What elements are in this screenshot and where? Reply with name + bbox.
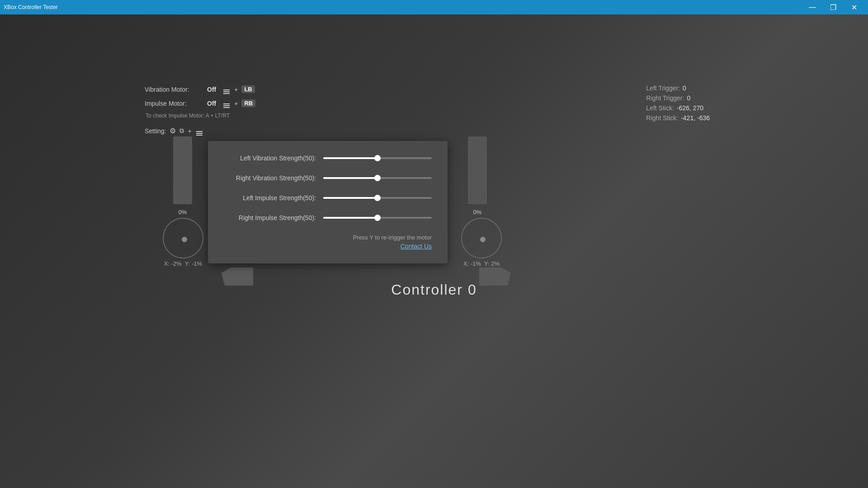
- restore-button[interactable]: ❐: [823, 0, 844, 14]
- right-vibration-thumb[interactable]: [374, 175, 381, 181]
- left-trigger-label: Left Trigger:: [646, 84, 680, 92]
- lines-icon-1: [222, 84, 231, 94]
- plus-sign-1: +: [234, 86, 238, 93]
- left-stick-row: Left Stick: -626, 270: [646, 104, 710, 112]
- vibration-motor-label: Vibration Motor:: [145, 86, 203, 93]
- impulse-motor-row: Impulse Motor: Off + RB: [145, 99, 255, 108]
- plus-sign-3: +: [188, 127, 191, 135]
- left-trigger-bar: [173, 136, 192, 204]
- right-joystick-coords: X: -1% Y: 2%: [461, 260, 502, 267]
- right-trigger-percent: 0%: [468, 209, 487, 216]
- impulse-motor-value: Off: [207, 100, 216, 107]
- left-joystick-circle: [163, 218, 203, 258]
- left-vibration-row: Left Vibration Strength(50):: [224, 155, 432, 162]
- right-joystick: X: -1% Y: 2%: [461, 218, 502, 258]
- left-vibration-fill: [323, 157, 377, 159]
- impulse-check-text: To check Impulse Motor: A + LT/RT: [146, 113, 255, 119]
- left-joystick-dot: [182, 237, 187, 242]
- window-controls: — ❐ ✕: [802, 0, 864, 14]
- right-impulse-thumb[interactable]: [374, 215, 381, 221]
- left-joystick-y: Y: -1%: [185, 260, 202, 267]
- right-joystick-y: Y: 2%: [484, 260, 500, 267]
- plus-sign-2: +: [234, 100, 238, 107]
- controller-label: Controller 0: [391, 282, 476, 298]
- right-stick-value: -421, -636: [681, 114, 710, 122]
- setting-row: Setting: ⚙ ⧉ +: [145, 126, 255, 136]
- setting-label: Setting:: [145, 127, 166, 135]
- right-stick-label: Right Stick:: [646, 114, 678, 122]
- left-impulse-thumb[interactable]: [374, 195, 381, 201]
- controls-area: Vibration Motor: Off + LB Impulse Motor:…: [145, 84, 255, 136]
- right-joystick-circle: [461, 218, 502, 258]
- titlebar: XBox Controller Tester — ❐ ✕: [0, 0, 868, 14]
- minimize-button[interactable]: —: [802, 0, 823, 14]
- contact-us-link[interactable]: Contact Us: [401, 243, 432, 250]
- right-joystick-dot: [480, 237, 486, 242]
- left-trigger-value: 0: [683, 84, 686, 92]
- left-vibration-track[interactable]: [323, 157, 432, 159]
- left-impulse-track[interactable]: [323, 197, 432, 199]
- right-vibration-row: Right Vibration Strength(50):: [224, 174, 432, 182]
- left-impulse-row: Left Impulse Strength(50):: [224, 194, 432, 202]
- rb-badge: RB: [241, 99, 255, 107]
- left-trigger-row: Left Trigger: 0: [646, 84, 710, 92]
- vibration-motor-value: Off: [207, 86, 216, 93]
- left-joystick-coords: X: -2% Y: -1%: [163, 260, 203, 267]
- right-vibration-fill: [323, 177, 377, 179]
- left-bumper: [222, 267, 253, 286]
- left-trigger-percent: 0%: [173, 209, 192, 216]
- right-trigger-bar: [468, 136, 487, 204]
- close-button[interactable]: ✕: [844, 0, 864, 14]
- settings-panel: Left Vibration Strength(50): Right Vibra…: [208, 141, 448, 263]
- left-impulse-label: Left Impulse Strength(50):: [224, 194, 323, 202]
- vibration-motor-row: Vibration Motor: Off + LB: [145, 84, 255, 94]
- panel-footer: Press Y to re-trigger the motor Contact …: [224, 234, 432, 250]
- left-vibration-thumb[interactable]: [374, 155, 381, 161]
- impulse-motor-label: Impulse Motor:: [145, 100, 203, 107]
- left-impulse-fill: [323, 197, 377, 199]
- app-title: XBox Controller Tester: [4, 4, 58, 10]
- left-vibration-label: Left Vibration Strength(50):: [224, 155, 323, 162]
- right-impulse-row: Right Impulse Strength(50):: [224, 214, 432, 221]
- left-stick-value: -626, 270: [677, 104, 703, 112]
- main-area: Left Trigger: 0 Right Trigger: 0 Left St…: [0, 14, 868, 488]
- right-impulse-label: Right Impulse Strength(50):: [224, 214, 323, 221]
- right-trigger-row: Right Trigger: 0: [646, 94, 710, 102]
- right-trigger-value: 0: [687, 94, 690, 102]
- gear-icon[interactable]: ⚙: [170, 127, 176, 135]
- right-vibration-track[interactable]: [323, 177, 432, 179]
- right-vibration-label: Right Vibration Strength(50):: [224, 174, 323, 182]
- right-impulse-fill: [323, 217, 377, 219]
- right-stick-row: Right Stick: -421, -636: [646, 114, 710, 122]
- left-stick-label: Left Stick:: [646, 104, 674, 112]
- right-trigger-label: Right Trigger:: [646, 94, 684, 102]
- right-joystick-x: X: -1%: [463, 260, 481, 267]
- left-joystick-x: X: -2%: [164, 260, 182, 267]
- lines-icon-3: [195, 126, 203, 136]
- press-y-text: Press Y to re-trigger the motor: [353, 234, 432, 241]
- lb-badge: LB: [241, 85, 255, 93]
- copy-icon[interactable]: ⧉: [179, 127, 184, 135]
- right-impulse-track[interactable]: [323, 217, 432, 219]
- left-joystick: X: -2% Y: -1%: [163, 218, 203, 258]
- right-bumper: [479, 267, 511, 286]
- lines-icon-2: [222, 99, 231, 108]
- status-panel: Left Trigger: 0 Right Trigger: 0 Left St…: [646, 84, 710, 124]
